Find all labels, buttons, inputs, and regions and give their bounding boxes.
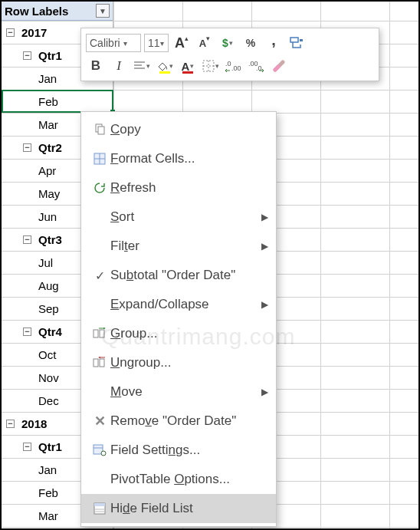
submenu-arrow-icon: ▶ bbox=[261, 241, 268, 252]
menu-label: Refresh bbox=[110, 180, 268, 196]
menu-label: Field Settings... bbox=[110, 443, 268, 458]
menu-sort[interactable]: Sort ▶ bbox=[81, 202, 276, 232]
menu-hide-field-list[interactable]: Hide Field List bbox=[81, 494, 276, 523]
row-label: Qtr3 bbox=[38, 233, 62, 246]
menu-group[interactable]: Group... bbox=[81, 319, 276, 348]
menu-remove[interactable]: ✕ Remove "Order Date" bbox=[81, 407, 276, 436]
percent-format-button[interactable]: % bbox=[241, 33, 261, 53]
menu-label: Filter bbox=[110, 239, 268, 254]
row-label: Qtr2 bbox=[38, 141, 62, 154]
borders-button[interactable]: ▾ bbox=[201, 56, 221, 76]
svg-rect-27 bbox=[94, 503, 105, 506]
pivot-row[interactable]: Feb bbox=[2, 90, 113, 113]
row-labels-text: Row Labels bbox=[5, 5, 68, 18]
svg-rect-22 bbox=[100, 359, 104, 367]
menu-pivottable-options[interactable]: PivotTable Options... bbox=[81, 465, 276, 494]
format-painter-button[interactable] bbox=[287, 33, 307, 53]
field-list-icon bbox=[89, 502, 110, 515]
decrease-font-size-button[interactable]: A▾ bbox=[195, 33, 215, 53]
row-label: 2018 bbox=[21, 417, 47, 430]
svg-rect-15 bbox=[98, 127, 104, 134]
row-label: Qtr1 bbox=[38, 49, 62, 62]
row-labels-filter-dropdown[interactable]: ▼ bbox=[96, 4, 110, 18]
collapse-toggle[interactable]: − bbox=[6, 420, 15, 428]
menu-label: Subtotal "Order Date" bbox=[110, 268, 268, 283]
menu-subtotal[interactable]: ✓ Subtotal "Order Date" bbox=[81, 261, 276, 290]
align-button[interactable]: ▾ bbox=[132, 56, 152, 76]
menu-field-settings[interactable]: Field Settings... bbox=[81, 436, 276, 465]
menu-label: Ungroup... bbox=[110, 355, 268, 370]
collapse-toggle[interactable]: − bbox=[23, 328, 31, 336]
submenu-arrow-icon: ▶ bbox=[261, 387, 268, 397]
increase-decimal-button[interactable]: .0.00 bbox=[224, 56, 244, 76]
context-menu: Copy Format Cells... Refresh Sort ▶ Filt… bbox=[80, 111, 277, 527]
remove-icon: ✕ bbox=[89, 413, 110, 430]
group-icon bbox=[89, 328, 110, 340]
decrease-decimal-button[interactable]: .00.0 bbox=[247, 56, 267, 76]
comma-format-button[interactable]: , bbox=[264, 33, 284, 53]
dropdown-arrow-icon: ▾ bbox=[120, 39, 131, 48]
svg-rect-5 bbox=[203, 61, 214, 71]
menu-format-cells[interactable]: Format Cells... bbox=[81, 144, 276, 173]
font-family-combo[interactable]: Calibri▾ bbox=[86, 34, 141, 52]
menu-label: Sort bbox=[110, 209, 268, 225]
increase-font-size-button[interactable]: A▴ bbox=[172, 33, 192, 53]
menu-move[interactable]: Move ▶ bbox=[81, 377, 276, 407]
fill-color-button[interactable]: ▾ bbox=[155, 56, 175, 76]
collapse-toggle[interactable]: − bbox=[23, 443, 31, 451]
font-color-button[interactable]: A ▾ bbox=[178, 56, 198, 76]
italic-button[interactable]: I bbox=[109, 56, 129, 76]
row-labels-header[interactable]: Row Labels ▼ bbox=[2, 2, 113, 21]
dropdown-arrow-icon: ▾ bbox=[160, 39, 165, 48]
svg-rect-21 bbox=[94, 359, 98, 367]
menu-copy[interactable]: Copy bbox=[81, 115, 276, 144]
row-label: Qtr4 bbox=[38, 325, 62, 338]
menu-label: Move bbox=[110, 384, 268, 400]
row-label: 2017 bbox=[21, 26, 47, 39]
submenu-arrow-icon: ▶ bbox=[261, 212, 268, 222]
collapse-toggle[interactable]: − bbox=[23, 51, 31, 60]
menu-label: PivotTable Options... bbox=[110, 472, 268, 487]
refresh-icon bbox=[89, 182, 110, 194]
menu-ungroup[interactable]: Ungroup... bbox=[81, 348, 276, 377]
menu-label: Copy bbox=[110, 122, 268, 137]
clear-formats-button[interactable] bbox=[270, 56, 290, 76]
bold-button[interactable]: B bbox=[86, 56, 106, 76]
font-family-value: Calibri bbox=[90, 37, 120, 49]
menu-label: Expand/Collapse bbox=[110, 297, 268, 312]
menu-filter[interactable]: Filter ▶ bbox=[81, 232, 276, 261]
menu-label: Group... bbox=[110, 326, 268, 341]
font-size-combo[interactable]: 11▾ bbox=[144, 34, 169, 52]
menu-label: Format Cells... bbox=[110, 151, 268, 166]
ungroup-icon bbox=[89, 357, 110, 369]
collapse-toggle[interactable]: − bbox=[23, 143, 31, 152]
svg-rect-0 bbox=[290, 38, 298, 42]
menu-label: Hide Field List bbox=[110, 501, 268, 516]
format-cells-icon bbox=[89, 153, 110, 165]
svg-text:.0: .0 bbox=[225, 60, 231, 67]
collapse-toggle[interactable]: − bbox=[23, 235, 31, 244]
menu-expand-collapse[interactable]: Expand/Collapse ▶ bbox=[81, 290, 276, 319]
font-size-value: 11 bbox=[148, 37, 160, 49]
copy-icon bbox=[89, 123, 110, 136]
svg-text:.00: .00 bbox=[231, 64, 241, 72]
collapse-toggle[interactable]: − bbox=[6, 28, 15, 37]
mini-toolbar: Calibri▾ 11▾ A▴ A▾ $▾ % , B I ▾ ▾ A ▾ ▾ bbox=[80, 28, 379, 81]
field-settings-icon bbox=[89, 444, 110, 456]
submenu-arrow-icon: ▶ bbox=[261, 299, 268, 310]
check-icon: ✓ bbox=[89, 268, 110, 283]
row-label: Qtr1 bbox=[38, 440, 62, 453]
svg-rect-1 bbox=[300, 39, 303, 41]
svg-point-25 bbox=[101, 451, 106, 456]
menu-refresh[interactable]: Refresh bbox=[81, 173, 276, 202]
menu-label: Remove "Order Date" bbox=[110, 413, 268, 429]
svg-rect-19 bbox=[94, 330, 98, 337]
svg-rect-20 bbox=[100, 330, 104, 337]
accounting-format-button[interactable]: $▾ bbox=[218, 33, 238, 53]
